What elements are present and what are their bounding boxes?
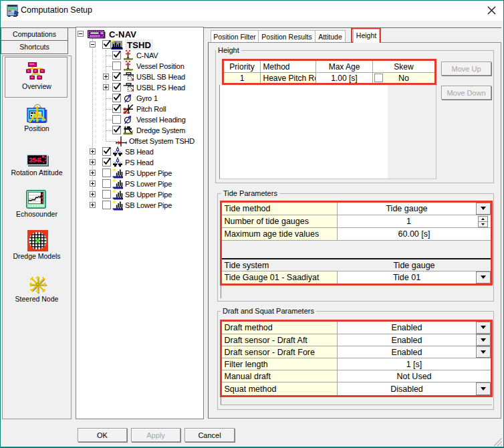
svg-text:354: 354 (29, 156, 41, 164)
